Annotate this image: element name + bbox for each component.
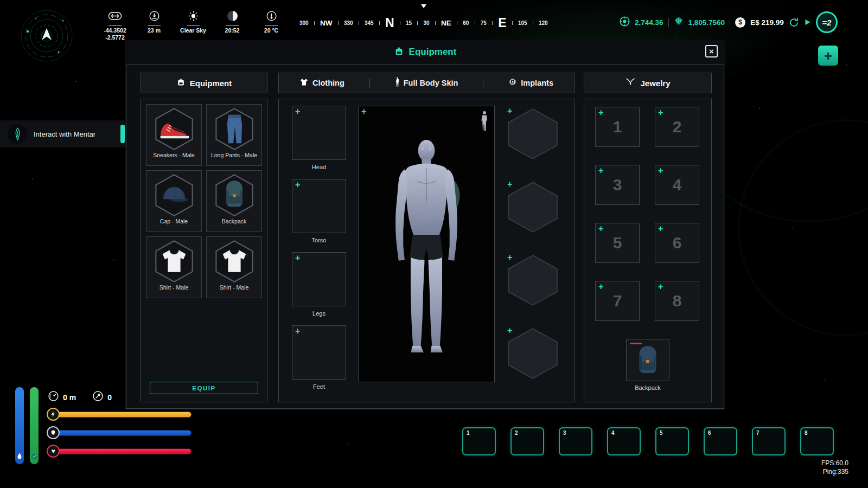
refresh-icon <box>789 17 799 28</box>
hexagon-slot-shape <box>505 179 561 235</box>
equip-button[interactable]: EQUIP <box>150 382 258 394</box>
entropia-logo[interactable]: =2 <box>816 11 838 33</box>
hotbar-slot-1[interactable]: 1 <box>462 427 496 455</box>
add-icon <box>598 281 603 292</box>
inventory-item-shirt[interactable]: Shirt - Male <box>146 236 202 298</box>
item-label: Shirt - Male <box>158 284 190 291</box>
jewelry-slot-8[interactable]: 8 <box>655 281 699 321</box>
modal-title: Equipment <box>409 47 457 57</box>
implant-slot[interactable] <box>505 179 561 235</box>
slot-number: 4 <box>611 430 615 436</box>
jewelry-slot-7[interactable]: 7 <box>595 281 640 321</box>
slot-label: Head <box>292 164 346 170</box>
hotbar-slot-6[interactable]: 6 <box>704 427 737 455</box>
equipped-backpack[interactable] <box>626 339 669 381</box>
jewelry-box: 1 2 3 4 5 6 7 8 <box>584 99 712 402</box>
hexagon-slot-shape <box>505 252 561 309</box>
compass-tick <box>338 21 339 25</box>
play-button[interactable] <box>804 18 811 26</box>
implant-slot[interactable] <box>505 106 561 162</box>
inventory-item-sneakers[interactable]: Sneakers - Male <box>146 104 202 166</box>
jewelry-slot-5[interactable]: 5 <box>595 223 640 263</box>
slot-unit: Head <box>292 106 346 179</box>
clothing-slot-feet[interactable] <box>292 325 346 380</box>
equipment-modal: Equipment × Equipment <box>125 40 725 410</box>
add-icon <box>295 253 300 263</box>
compass-tick <box>457 21 457 25</box>
hexagon-frame <box>152 107 196 151</box>
jewelry-slot-3[interactable]: 3 <box>595 165 640 205</box>
necklace-icon <box>625 76 636 89</box>
tab-full-body-skin[interactable]: Full Body Skin <box>395 77 458 89</box>
hotbar-slot-3[interactable]: 3 <box>559 427 592 455</box>
temperature-value: 20 °C <box>264 27 278 34</box>
character-preview[interactable] <box>358 106 495 382</box>
coordinate-value: -44.3502 <box>104 27 126 34</box>
hotbar-slot-2[interactable]: 2 <box>510 427 544 455</box>
clothing-slot-legs[interactable] <box>292 252 346 306</box>
hotbar-slot-5[interactable]: 5 <box>655 427 689 455</box>
cap-art <box>159 185 189 206</box>
distance-icon <box>108 9 122 23</box>
chip-icon <box>508 78 517 88</box>
slot-label: Torso <box>292 237 346 243</box>
item-label: Backpack <box>220 217 248 225</box>
health-icon: ♥ <box>47 445 60 458</box>
inventory-panel: Equipment <box>141 73 267 402</box>
implant-slot[interactable] <box>505 252 561 309</box>
tab-clothing[interactable]: Clothing <box>299 78 344 88</box>
implant-slot[interactable] <box>505 325 561 382</box>
backpack-art <box>634 345 661 377</box>
hotbar-slot-7[interactable]: 7 <box>752 427 786 455</box>
clothing-slot-head[interactable] <box>292 106 346 160</box>
jewelry-slot-6[interactable]: 6 <box>655 223 699 263</box>
compass-label: 15 <box>406 20 412 26</box>
inventory-grid: Sneakers - Male Long <box>141 99 267 303</box>
tab-implants[interactable]: Implants <box>508 78 553 88</box>
divider <box>483 79 483 88</box>
add-icon <box>507 325 512 336</box>
coordinate-value: -2.5772 <box>105 34 125 41</box>
equipped-item-label: Backpack <box>584 384 711 391</box>
add-icon <box>295 179 300 190</box>
add-icon <box>507 106 512 116</box>
hotbar-slot-8[interactable]: 8 <box>800 427 834 455</box>
inventory-item-backpack[interactable]: Backpack <box>206 170 262 232</box>
refresh-button[interactable] <box>789 17 799 28</box>
jewelry-slot-2[interactable]: 2 <box>655 107 699 147</box>
compass-label: 300 <box>299 20 309 26</box>
divider <box>226 25 239 25</box>
slot-number: 2 <box>515 430 518 436</box>
tooltip-label: Interact with Mentar <box>34 130 95 138</box>
armor-bar <box>57 430 192 436</box>
gem-icon <box>674 16 684 28</box>
close-button[interactable]: × <box>705 45 718 57</box>
gems-balance: 1,805.7560 <box>688 18 725 27</box>
sneakers-art <box>158 118 190 140</box>
compass-label: 105 <box>518 20 527 26</box>
jewelry-slot-4[interactable]: 4 <box>655 165 699 205</box>
slot-number: 5 <box>660 430 663 436</box>
compass-label: 60 <box>463 20 469 26</box>
hotbar-slot-4[interactable]: 4 <box>607 427 641 455</box>
clothing-slot-torso[interactable] <box>292 179 346 233</box>
slot-number: 8 <box>805 430 808 436</box>
inventory-item-shirt[interactable]: Shirt - Male <box>206 236 262 298</box>
loadout-box: Head Torso Legs Feet <box>278 99 575 402</box>
add-button[interactable] <box>818 46 838 66</box>
divider <box>187 25 200 25</box>
add-icon <box>507 179 512 189</box>
armor-icon <box>47 426 60 439</box>
inventory-item-pants[interactable]: Long Pants - Male <box>206 104 262 166</box>
water-icon <box>17 452 22 462</box>
jewelry-slot-1[interactable]: 1 <box>595 107 640 147</box>
compass-tick <box>475 21 475 25</box>
add-icon <box>658 165 663 176</box>
compass-label: 30 <box>424 20 430 26</box>
mentar-icon <box>8 124 27 144</box>
hexagon-slot-shape <box>505 325 561 382</box>
item-label: Cap - Male <box>158 217 189 225</box>
coins-balance: 2,744.36 <box>635 18 663 27</box>
inventory-item-cap[interactable]: Cap - Male <box>146 170 202 232</box>
add-icon <box>658 107 663 118</box>
